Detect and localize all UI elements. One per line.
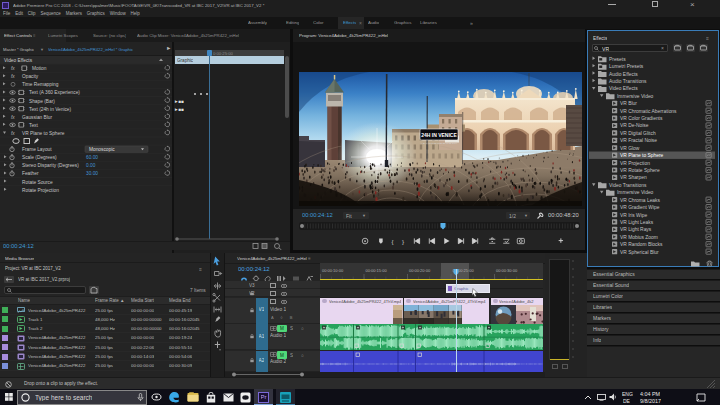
svg-text:{: { (391, 238, 393, 245)
svg-text:0.00: 0.00 (86, 163, 96, 168)
svg-text:VR Spherical Blur: VR Spherical Blur (620, 250, 659, 255)
svg-text:Shape (Bar): Shape (Bar) (29, 99, 55, 104)
svg-text:Text (24h in Venice): Text (24h in Venice) (29, 107, 72, 112)
svg-text:00:00:15:00: 00:00:15:00 (366, 268, 388, 273)
svg-text:Text: Text (29, 123, 38, 128)
svg-text:60.00: 60.00 (86, 155, 98, 160)
svg-text:VR Rotate Sphere: VR Rotate Sphere (620, 168, 660, 173)
svg-text:VR Light Leaks: VR Light Leaks (620, 220, 654, 225)
svg-text:Audio Transitions: Audio Transitions (609, 79, 647, 84)
svg-text:VR Digital Glitch: VR Digital Glitch (620, 131, 656, 136)
svg-text:Motion: Motion (32, 66, 47, 71)
svg-text:Lumetri Presets: Lumetri Presets (609, 64, 644, 69)
svg-text:VR Gradient Wipe: VR Gradient Wipe (620, 205, 660, 210)
svg-text:fx: fx (11, 131, 15, 136)
svg-text:Gaussian Blur: Gaussian Blur (22, 115, 53, 120)
svg-text:VR Blur: VR Blur (620, 101, 637, 106)
svg-text:Rotate Projection: Rotate Projection (22, 188, 59, 193)
svg-text:VR Chromatic Aberrations: VR Chromatic Aberrations (620, 109, 677, 114)
svg-text:Text (A 360 Experience): Text (A 360 Experience) (29, 90, 80, 95)
svg-text:VR Glow: VR Glow (620, 146, 640, 151)
svg-text:A DAY IN THE LIFE OF THE CITY: A DAY IN THE LIFE OF THE CITY (420, 141, 457, 144)
svg-text:00:00:10:00: 00:00:10:00 (322, 268, 344, 273)
svg-text:Immersive Video: Immersive Video (617, 190, 654, 195)
svg-text:fx: fx (11, 115, 15, 120)
svg-text:Monoscopic: Monoscopic (89, 147, 115, 152)
svg-text:Feather: Feather (22, 171, 39, 176)
svg-text:Video Transitions: Video Transitions (609, 183, 647, 188)
svg-text:VR Sharpen: VR Sharpen (620, 175, 647, 180)
svg-text:fx: fx (11, 74, 15, 79)
svg-text:Audio Effects: Audio Effects (609, 72, 638, 77)
svg-text:VR Fractal Noise: VR Fractal Noise (620, 138, 657, 143)
svg-text:VR Projection: VR Projection (620, 161, 650, 166)
svg-text:VR Chroma Leaks: VR Chroma Leaks (620, 198, 661, 203)
svg-text:VR De-Noise: VR De-Noise (620, 123, 649, 128)
svg-text:VR Plane to Sphere: VR Plane to Sphere (620, 153, 664, 158)
svg-text:Rotate Source: Rotate Source (22, 180, 53, 185)
svg-text:Frame Layout: Frame Layout (22, 147, 52, 152)
svg-text:Video Effects: Video Effects (609, 86, 638, 91)
svg-text:Stereo Disparity (Degrees): Stereo Disparity (Degrees) (22, 163, 79, 168)
svg-text:VR Light Rays: VR Light Rays (620, 227, 652, 232)
svg-text:}: } (402, 238, 404, 245)
svg-text:00:00:30:00: 00:00:30:00 (496, 268, 518, 273)
svg-text:Immersive Video: Immersive Video (617, 94, 654, 99)
svg-text:00:00:20:00: 00:00:20:00 (409, 268, 431, 273)
svg-text:30.00: 30.00 (86, 171, 98, 176)
svg-text:VR Color Gradients: VR Color Gradients (620, 116, 663, 121)
svg-text:fx: fx (11, 66, 15, 71)
svg-text:VR Random Blocks: VR Random Blocks (620, 242, 663, 247)
svg-text:24H IN VENICE: 24H IN VENICE (421, 131, 457, 137)
svg-text:VR Iris Wipe: VR Iris Wipe (620, 213, 647, 218)
svg-text:VR Plane to Sphere: VR Plane to Sphere (22, 131, 65, 136)
svg-text:Video Effects: Video Effects (4, 58, 33, 63)
svg-text:Time Remapping: Time Remapping (22, 82, 59, 87)
svg-text:Scale (Degrees): Scale (Degrees) (22, 155, 57, 160)
svg-text:Opacity: Opacity (22, 74, 39, 79)
svg-text:VR Mobius Zoom: VR Mobius Zoom (620, 235, 658, 240)
svg-text:Presets: Presets (609, 57, 626, 62)
